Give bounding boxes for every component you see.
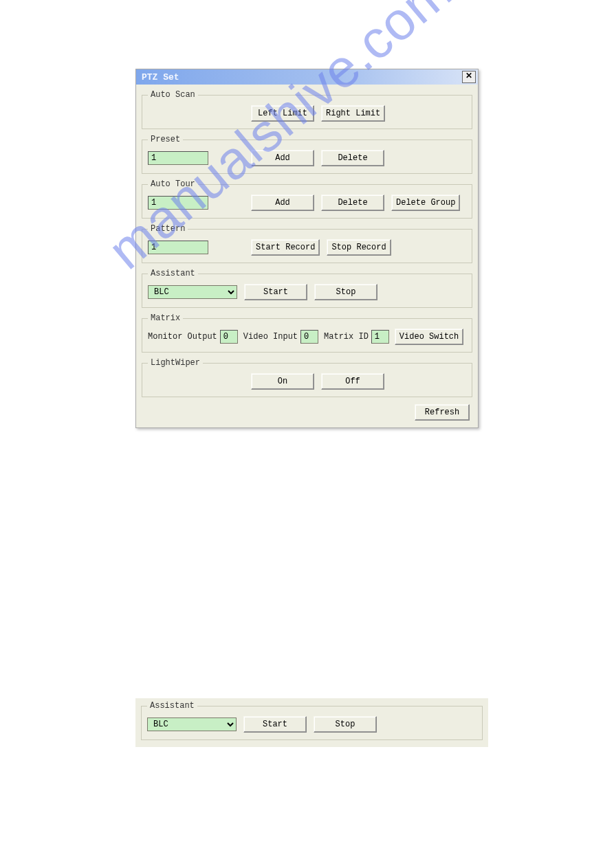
auto-tour-input[interactable] [148,196,208,210]
preset-add-button[interactable]: Add [251,150,314,166]
lightwiper-group: LightWiper On Off [142,358,472,397]
assistant-stop-button-2[interactable]: Stop [314,716,377,733]
monitor-output-input[interactable] [220,330,238,344]
matrix-id-label: Matrix ID [324,332,369,342]
auto-scan-group: Auto Scan Left Limit Right Limit [142,90,472,129]
lightwiper-off-button[interactable]: Off [321,373,384,390]
preset-legend: Preset [148,135,183,144]
assistant-stop-button[interactable]: Stop [314,284,377,300]
dialog-title: PTZ Set [142,72,179,82]
pattern-input[interactable] [148,241,208,254]
matrix-legend: Matrix [148,313,183,323]
video-input-input[interactable] [300,330,318,344]
start-record-button[interactable]: Start Record [251,239,320,256]
ptz-set-dialog: PTZ Set ✕ Auto Scan Left Limit Right Lim… [135,69,479,428]
matrix-group: Matrix Monitor Output Video Input Matrix… [142,313,472,353]
video-switch-button[interactable]: Video Switch [395,329,463,345]
assistant-select-2[interactable]: BLC [147,717,237,731]
assistant-start-button-2[interactable]: Start [243,716,307,733]
refresh-button[interactable]: Refresh [415,404,470,421]
stop-record-button[interactable]: Stop Record [327,239,391,256]
assistant-start-button[interactable]: Start [244,284,307,300]
left-limit-button[interactable]: Left Limit [251,105,314,122]
auto-scan-legend: Auto Scan [148,90,198,100]
close-icon: ✕ [465,71,472,80]
assistant-select[interactable]: BLC [148,285,237,299]
matrix-id-input[interactable] [371,330,389,344]
auto-tour-delete-group-button[interactable]: Delete Group [391,194,460,211]
preset-delete-button[interactable]: Delete [321,150,384,166]
assistant-group-2: Assistant BLC Start Stop [141,701,483,740]
monitor-output-label: Monitor Output [148,332,217,342]
pattern-group: Pattern Start Record Stop Record [142,224,472,263]
auto-tour-delete-button[interactable]: Delete [321,194,384,211]
assistant-legend: Assistant [148,269,198,278]
auto-tour-add-button[interactable]: Add [251,194,314,211]
preset-input[interactable] [148,151,208,165]
right-limit-button[interactable]: Right Limit [321,105,385,122]
video-input-label: Video Input [243,332,298,342]
assistant-panel-standalone: Assistant BLC Start Stop [135,698,488,747]
preset-group: Preset Add Delete [142,135,472,174]
dialog-body: Auto Scan Left Limit Right Limit Preset … [136,85,478,427]
lightwiper-on-button[interactable]: On [251,373,314,390]
close-button[interactable]: ✕ [462,71,476,83]
refresh-row: Refresh [142,403,472,421]
auto-tour-legend: Auto Tour [148,179,198,189]
lightwiper-legend: LightWiper [148,358,203,368]
pattern-legend: Pattern [148,224,188,234]
titlebar: PTZ Set ✕ [136,69,478,85]
assistant-legend-2: Assistant [147,701,197,711]
auto-tour-group: Auto Tour Add Delete Delete Group [142,179,472,219]
assistant-group: Assistant BLC Start Stop [142,269,472,308]
